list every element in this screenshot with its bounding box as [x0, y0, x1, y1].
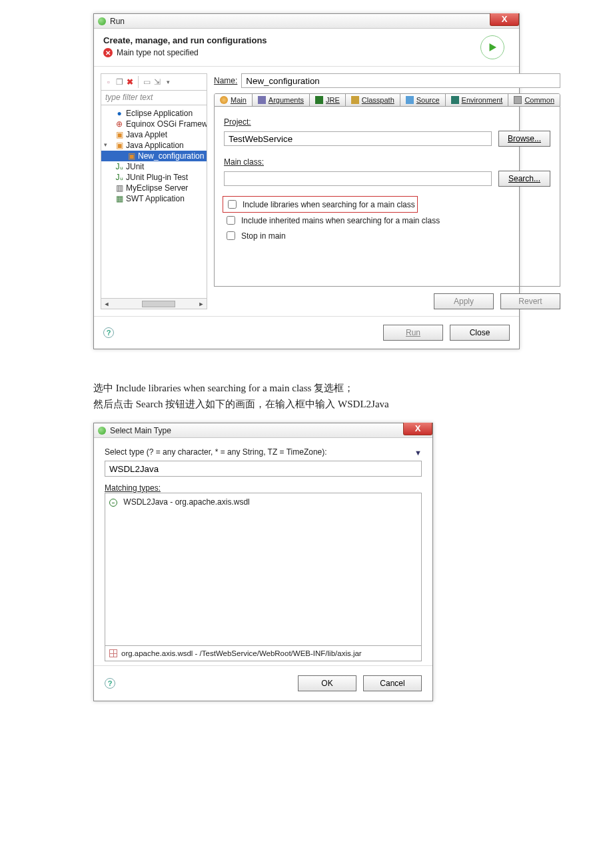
node-label: Java Applet [126, 130, 167, 139]
node-icon: ▦ [115, 194, 124, 203]
include-libs-checkbox-row[interactable]: Include libraries when searching for a m… [224, 197, 416, 211]
matching-label: Matching types: [105, 483, 422, 493]
browse-button[interactable]: Browse... [498, 131, 550, 147]
apply-button[interactable]: Apply [434, 293, 494, 309]
node-icon: ▣ [127, 151, 136, 161]
filter-input[interactable]: type filter text [101, 91, 207, 105]
tab-label: Environment [462, 96, 503, 104]
run-big-icon [480, 35, 504, 59]
instruction-line-2: 然后点击 Search 按钮进入如下的画面，在输入框中输入 WSDL2Java [93, 396, 520, 412]
node-icon: ▥ [115, 183, 124, 193]
include-inherited-checkbox[interactable] [227, 216, 235, 225]
dropdown-icon[interactable]: ▼ [414, 449, 422, 457]
help-icon[interactable]: ? [103, 327, 114, 338]
stop-in-main-checkbox-row[interactable]: Stop in main [224, 229, 550, 242]
name-label: Name: [214, 76, 237, 85]
tree-node[interactable]: ●Eclipse Application [101, 108, 207, 119]
node-label: MyEclipse Server [126, 183, 188, 193]
tab-source[interactable]: Source [400, 94, 446, 106]
scroll-right-icon[interactable]: ► [196, 299, 207, 309]
cancel-button[interactable]: Cancel [363, 675, 422, 691]
tab-label: Source [416, 96, 440, 104]
scroll-left-icon[interactable]: ◄ [101, 299, 112, 309]
tree-node[interactable]: ▣Java Applet [101, 129, 207, 140]
include-inherited-checkbox-row[interactable]: Include inherited mains when searching f… [224, 214, 550, 227]
tab-jre[interactable]: JRE [310, 94, 346, 106]
tree-node[interactable]: ▾▣Java Application [101, 140, 207, 151]
tab-label: JRE [326, 96, 340, 104]
revert-button[interactable]: Revert [500, 293, 560, 309]
expand-icon[interactable] [153, 77, 162, 87]
tree-toolbar: ✖ [101, 73, 207, 91]
run-titlebar[interactable]: Run X [94, 14, 519, 29]
smt-type-input[interactable] [105, 461, 422, 477]
stop-in-main-checkbox[interactable] [227, 231, 235, 240]
tree-node[interactable]: ▥MyEclipse Server [101, 183, 207, 193]
close-icon[interactable]: X [490, 13, 519, 26]
node-label: Eclipse Application [126, 109, 193, 118]
run-footer: ? Run Close [94, 316, 519, 349]
instruction-text: 选中 Include libraries when searching for … [93, 380, 520, 412]
run-header: Create, manage, and run configurations ✕… [94, 29, 519, 67]
tab-arguments[interactable]: Arguments [253, 94, 310, 106]
close-icon[interactable]: X [403, 423, 432, 435]
tree-hscrollbar[interactable]: ◄ ► [101, 299, 207, 309]
tree-node[interactable]: ⊕Equinox OSGi Framew [101, 119, 207, 129]
tab-environment[interactable]: Environment [446, 94, 509, 106]
node-icon: Jᵤ [115, 173, 124, 182]
delete-icon[interactable]: ✖ [125, 77, 135, 87]
tab-bar: MainArgumentsJREClasspathSourceEnvironme… [214, 93, 560, 107]
node-icon: ⊕ [115, 119, 124, 129]
tab-icon [315, 96, 323, 104]
instruction-line-1: 选中 Include libraries when searching for … [93, 380, 520, 396]
main-tab-panel: Project: Browse... Main class: Search...… [214, 107, 560, 287]
config-tree-panel: ✖ type filter text ●Eclipse Application⊕… [101, 73, 207, 309]
list-item[interactable]: WSDL2Java - org.apache.axis.wsdl [109, 496, 417, 508]
ok-button[interactable]: OK [298, 675, 356, 691]
duplicate-icon[interactable] [115, 77, 124, 87]
node-label: New_configuration [138, 151, 204, 161]
node-label: SWT Application [126, 194, 185, 203]
run-title: Run [110, 17, 125, 26]
matching-list[interactable]: WSDL2Java - org.apache.axis.wsdl [105, 493, 422, 646]
run-header-title: Create, manage, and run configurations [103, 35, 267, 45]
tree-node[interactable]: JᵤJUnit [101, 161, 207, 172]
node-icon: ▣ [115, 130, 124, 139]
tab-common[interactable]: Common [508, 94, 560, 106]
tab-icon [220, 96, 228, 104]
class-icon [109, 499, 117, 507]
search-button[interactable]: Search... [498, 171, 550, 187]
collapse-icon[interactable] [142, 77, 151, 87]
smt-footer: ? OK Cancel [94, 665, 432, 701]
node-label: JUnit [126, 162, 144, 171]
close-button[interactable]: Close [450, 325, 510, 341]
node-label: JUnit Plug-in Test [126, 173, 188, 182]
tab-label: Common [524, 96, 554, 104]
config-tree[interactable]: ●Eclipse Application⊕Equinox OSGi Framew… [101, 105, 207, 299]
include-libs-checkbox[interactable] [228, 200, 237, 209]
node-icon: ● [115, 109, 124, 118]
tree-node[interactable]: ▣New_configuration [101, 151, 207, 161]
tab-icon [514, 96, 522, 104]
tree-node[interactable]: JᵤJUnit Plug-in Test [101, 172, 207, 183]
tab-classpath[interactable]: Classpath [346, 94, 400, 106]
name-input[interactable] [241, 73, 560, 88]
toolbar-menu-icon[interactable] [163, 77, 173, 87]
smt-titlebar[interactable]: Select Main Type X [94, 423, 432, 438]
tree-node[interactable]: ▦SWT Application [101, 193, 207, 204]
scroll-thumb[interactable] [142, 301, 175, 307]
mainclass-input[interactable] [224, 171, 492, 186]
run-dialog: Run X Create, manage, and run configurat… [93, 13, 520, 349]
help-icon[interactable]: ? [105, 678, 115, 689]
project-input[interactable] [224, 131, 492, 146]
run-button[interactable]: Run [383, 325, 443, 341]
error-icon: ✕ [103, 48, 113, 57]
smt-title-icon [98, 427, 106, 435]
config-editor: Name: MainArgumentsJREClasspathSourceEnv… [214, 73, 560, 309]
node-icon: ▣ [115, 141, 124, 150]
select-main-type-dialog: Select Main Type X ▼ Select type (? = an… [93, 423, 433, 701]
new-config-icon[interactable] [104, 77, 113, 87]
project-label: Project: [224, 117, 550, 127]
twisty-icon[interactable]: ▾ [104, 141, 107, 148]
tab-main[interactable]: Main [215, 94, 253, 106]
